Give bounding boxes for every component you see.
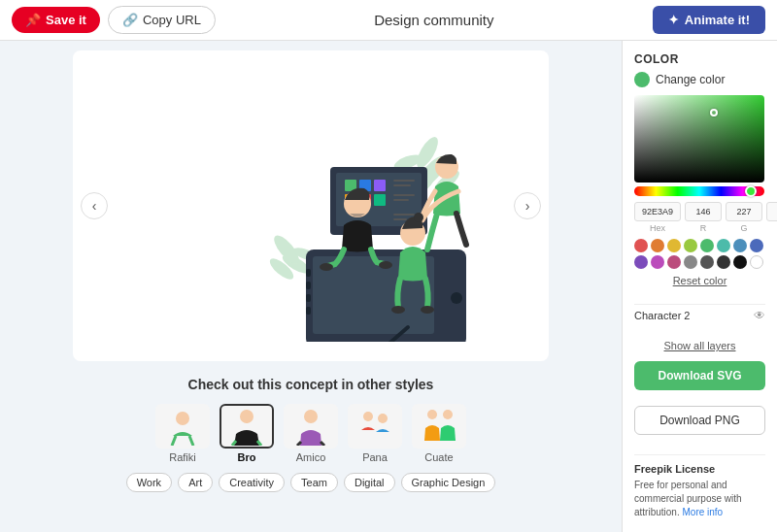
style-thumb-amico — [284, 404, 338, 449]
svg-point-53 — [427, 410, 437, 419]
color-swatch[interactable] — [634, 239, 648, 252]
style-bro[interactable]: Bro — [220, 404, 274, 463]
svg-point-48 — [304, 410, 318, 423]
style-rafiki[interactable]: Rafiki — [155, 404, 210, 463]
r-group: R — [685, 202, 722, 233]
change-color-row[interactable]: Change color — [634, 72, 765, 87]
tag-graphic-design[interactable]: Graphic Design — [401, 473, 496, 492]
color-values: Hex R G B — [634, 202, 765, 233]
download-png-button[interactable]: Download PNG — [634, 406, 765, 435]
color-dot — [634, 72, 650, 87]
r-input[interactable] — [685, 202, 722, 221]
color-swatch[interactable] — [700, 239, 714, 252]
prev-arrow[interactable]: ‹ — [81, 192, 108, 219]
main-area: ‹ — [0, 41, 777, 532]
hex-group: Hex — [634, 202, 681, 233]
svg-rect-13 — [306, 282, 311, 289]
color-section: COLOR Change color Hex — [634, 52, 765, 294]
color-swatch[interactable] — [717, 239, 730, 252]
download-svg-button[interactable]: Download SVG — [634, 361, 765, 390]
svg-rect-23 — [374, 180, 386, 191]
color-swatch[interactable] — [667, 239, 681, 252]
style-thumb-bro — [220, 404, 274, 449]
svg-rect-31 — [393, 214, 415, 216]
next-arrow[interactable]: › — [514, 192, 541, 219]
tag-creativity[interactable]: Creativity — [219, 473, 285, 492]
tag-digital[interactable]: Digital — [344, 473, 395, 492]
change-color-label: Change color — [656, 73, 725, 86]
style-amico[interactable]: Amico — [284, 404, 338, 463]
license-title: Freepik License — [634, 463, 765, 475]
color-swatch[interactable] — [684, 239, 697, 252]
hue-slider[interactable] — [634, 186, 764, 196]
svg-line-43 — [172, 436, 176, 446]
hex-label: Hex — [650, 223, 665, 233]
svg-point-52 — [378, 414, 388, 423]
svg-line-44 — [189, 436, 193, 446]
color-swatch[interactable] — [750, 239, 763, 252]
style-label-rafiki: Rafiki — [169, 451, 196, 463]
hue-thumb — [745, 185, 757, 197]
g-input[interactable] — [726, 202, 762, 221]
save-button[interactable]: 📌 Save it — [12, 7, 100, 33]
color-swatch[interactable] — [750, 255, 763, 269]
color-swatch[interactable] — [651, 255, 664, 269]
svg-rect-32 — [393, 218, 407, 220]
chevron-right-icon: › — [525, 198, 530, 214]
style-pana[interactable]: Pana — [348, 404, 402, 463]
g-label: G — [740, 223, 747, 233]
style-label-bro: Bro — [238, 451, 256, 463]
color-picker-gradient[interactable] — [634, 95, 764, 183]
svg-point-51 — [363, 412, 373, 421]
color-swatch[interactable] — [651, 239, 664, 252]
tags-container: Work Art Creativity Team Digital Graphic… — [73, 473, 549, 492]
svg-point-39 — [391, 306, 405, 314]
svg-rect-12 — [306, 269, 311, 277]
eye-icon[interactable]: 👁 — [754, 309, 765, 322]
style-thumb-pana — [348, 404, 402, 449]
more-info-link[interactable]: More info — [682, 507, 723, 517]
color-swatch[interactable] — [717, 255, 730, 269]
svg-point-45 — [240, 410, 253, 423]
copy-url-button[interactable]: 🔗 Copy URL — [108, 6, 216, 34]
style-thumb-rafiki — [155, 404, 210, 449]
style-thumb-cuate — [412, 404, 466, 449]
color-swatch[interactable] — [667, 255, 681, 269]
svg-rect-28 — [393, 184, 411, 186]
style-label-amico: Amico — [296, 451, 326, 463]
svg-point-54 — [443, 410, 453, 419]
color-swatch[interactable] — [733, 255, 747, 269]
svg-point-40 — [421, 306, 434, 314]
topbar: 📌 Save it 🔗 Copy URL Design community ✦ … — [0, 0, 777, 41]
other-styles-title: Check out this concept in other styles — [73, 377, 549, 392]
svg-rect-27 — [393, 180, 415, 182]
right-panel: COLOR Change color Hex — [622, 41, 777, 532]
license-section: Freepik License Free for personal and co… — [634, 454, 765, 519]
svg-point-34 — [320, 263, 333, 271]
svg-point-16 — [451, 292, 462, 304]
link-icon: 🔗 — [122, 13, 138, 27]
hex-input[interactable] — [634, 202, 681, 221]
tag-team[interactable]: Team — [290, 473, 338, 492]
color-swatch[interactable] — [733, 239, 747, 252]
b-group: B — [766, 202, 777, 233]
color-swatch[interactable] — [700, 255, 714, 269]
svg-point-42 — [176, 412, 189, 425]
style-cuate[interactable]: Cuate — [412, 404, 466, 463]
svg-point-38 — [414, 213, 423, 222]
animate-button[interactable]: ✦ Animate it! — [653, 6, 765, 34]
show-all-layers[interactable]: Show all layers — [634, 336, 765, 351]
r-label: R — [700, 223, 707, 233]
color-swatch[interactable] — [634, 255, 648, 269]
svg-rect-15 — [306, 307, 311, 315]
svg-rect-26 — [374, 194, 386, 206]
tag-work[interactable]: Work — [126, 473, 172, 492]
b-input[interactable] — [766, 202, 777, 221]
color-swatch[interactable] — [684, 255, 697, 269]
tag-art[interactable]: Art — [178, 473, 213, 492]
animate-icon: ✦ — [668, 13, 679, 27]
color-swatches — [634, 239, 765, 269]
main-illustration — [146, 70, 476, 342]
animate-label: Animate it! — [685, 13, 750, 27]
reset-color-button[interactable]: Reset color — [634, 275, 765, 286]
